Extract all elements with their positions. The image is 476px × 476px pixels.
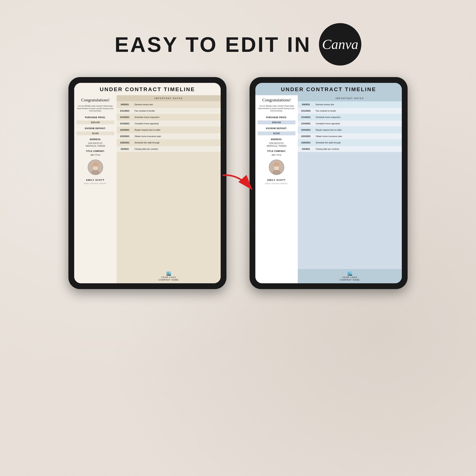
- date-row: 2/23/2021 Repair request due to seller: [298, 127, 402, 133]
- date-cell: 2/11/2021: [117, 108, 133, 114]
- canva-label: Canva: [322, 36, 358, 52]
- event-cell: Obtain home insurance plan: [314, 133, 402, 139]
- event-cell: Schedule the walk through: [314, 139, 402, 146]
- left-doc-title: UNDER CONTRACT TIMELINE: [74, 83, 221, 95]
- date-row: 2/26/2021 Schedule the walk through: [298, 139, 402, 146]
- date-row: 2/11/2021 Fax contract to lender: [298, 108, 402, 114]
- date-row: 3/2/2021 Closing date per contract: [298, 146, 402, 152]
- address-value-left: 1234 SOUTH ST. NASHVILLE, TN39204: [77, 142, 114, 147]
- date-row: 2/26/2021 Schedule the walk through: [117, 139, 221, 146]
- purchase-price-value-right: $300,000: [258, 120, 295, 124]
- date-cell: 2/23/2021: [117, 127, 133, 133]
- escrow-deposit-label-left: ESCROW DEPOSIT:: [77, 127, 114, 130]
- event-cell: Obtain home insurance plan: [133, 133, 221, 139]
- left-doc-body: Congratulations! You are officially unde…: [74, 95, 221, 283]
- imp-dates-header-right: IMPORTANT DATES: [298, 95, 402, 101]
- event-cell: Repair request due to seller: [314, 127, 402, 133]
- left-tablet: UNDER CONTRACT TIMELINE Congratulations!…: [68, 77, 226, 289]
- event-cell: Fax contract to lender: [314, 108, 402, 114]
- right-document: UNDER CONTRACT TIMELINE Congratulations!…: [255, 83, 402, 283]
- logo-icon-right: 🏙️: [347, 271, 352, 276]
- agent-name-right: EMILY SCOTT: [258, 179, 295, 181]
- title-company-value-left: ABC TITLE: [77, 154, 114, 156]
- date-row: 2/11/2021 Fax contract to lender: [117, 108, 221, 114]
- agent-name-left: EMILY SCOTT: [77, 179, 114, 181]
- date-row: 2/8/2021 Earnest money due: [117, 101, 221, 108]
- canva-badge: Canva: [319, 23, 361, 66]
- title-company-label-right: TITLE COMPANY:: [258, 150, 295, 152]
- purchase-price-value-left: $300,000: [77, 120, 114, 124]
- agent-title-left: REAL ESTATE AGENT: [77, 183, 114, 185]
- arrow-container: [219, 171, 257, 195]
- event-cell: Fax contract to lender: [133, 108, 221, 114]
- left-document: UNDER CONTRACT TIMELINE Congratulations!…: [74, 83, 221, 283]
- date-row: 2/23/2021 Obtain home insurance plan: [117, 133, 221, 139]
- date-row: 2/23/2021 Repair request due to seller: [117, 127, 221, 133]
- date-row: 2/23/2021 Obtain home insurance plan: [298, 133, 402, 139]
- date-cell: 3/2/2021: [117, 146, 133, 152]
- logo-footer-left: 🏙️ YOUR LOGO COMPANY NAME: [117, 269, 221, 283]
- event-cell: Closing date per contract: [133, 146, 221, 152]
- purchase-price-label-right: PURCHASE PRICE:: [258, 116, 295, 119]
- date-cell: 2/8/2021: [298, 101, 314, 107]
- event-cell: Earnest money due: [133, 101, 221, 107]
- company-name-left: COMPANY NAME: [158, 279, 179, 281]
- date-cell: 2/23/2021: [298, 127, 314, 133]
- date-cell: 2/8/2021: [117, 101, 133, 107]
- logo-label-left: YOUR LOGO: [161, 276, 176, 278]
- address-value-right: 1234 SOUTH ST. NASHVILLE, TN39204: [258, 142, 295, 147]
- event-cell: Schedule the walk through: [133, 139, 221, 146]
- imp-dates-header-left: IMPORTANT DATES: [117, 95, 221, 101]
- date-cell: 2/14/2021: [117, 120, 133, 127]
- event-cell: Repair request due to seller: [133, 127, 221, 133]
- event-cell: Earnest money due: [314, 101, 402, 107]
- congrats-body-right: You are officially under contract! Pleas…: [258, 105, 295, 112]
- date-cell: 2/26/2021: [117, 139, 133, 146]
- arrow-icon: [219, 171, 257, 195]
- address-label-left: ADDRESS:: [77, 138, 114, 140]
- right-panel-beige: IMPORTANT DATES 2/8/2021 Earnest money d…: [117, 95, 221, 283]
- event-cell: Complete home appraisal: [133, 120, 221, 127]
- avatar-left: [88, 160, 103, 175]
- right-doc-title: UNDER CONTRACT TIMELINE: [255, 83, 402, 95]
- main-title: EASY TO EDIT IN: [115, 32, 311, 57]
- event-cell: Complete home appraisal: [314, 120, 402, 127]
- congrats-heading-right: Congratulations!: [258, 98, 295, 102]
- escrow-deposit-value-right: $3,000: [258, 131, 295, 135]
- date-row: 2/14/2021 Schedule home inspection: [298, 114, 402, 120]
- address-label-right: ADDRESS:: [258, 138, 295, 140]
- left-tablet-screen: UNDER CONTRACT TIMELINE Congratulations!…: [74, 83, 221, 283]
- left-panel-beige: Congratulations! You are officially unde…: [74, 95, 117, 283]
- purchase-price-label-left: PURCHASE PRICE:: [77, 116, 114, 119]
- agent-title-right: REAL ESTATE AGENT: [258, 183, 295, 185]
- tablets-area: UNDER CONTRACT TIMELINE Congratulations!…: [68, 77, 408, 289]
- date-cell: 2/11/2021: [298, 108, 314, 114]
- header-area: EASY TO EDIT IN Canva: [115, 23, 361, 66]
- date-cell: 2/14/2021: [298, 120, 314, 127]
- event-cell: Schedule home inspection: [314, 114, 402, 120]
- right-tablet-screen: UNDER CONTRACT TIMELINE Congratulations!…: [255, 83, 402, 283]
- date-row: 2/8/2021 Earnest money due: [298, 101, 402, 108]
- date-cell: 2/26/2021: [298, 139, 314, 146]
- avatar-right: [269, 160, 284, 175]
- date-row: 3/2/2021 Closing date per contract: [117, 146, 221, 152]
- right-doc-body: Congratulations! You are officially unde…: [255, 95, 402, 283]
- title-company-value-right: ABC TITLE: [258, 154, 295, 156]
- dates-list-left: 2/8/2021 Earnest money due 2/11/2021 Fax…: [117, 101, 221, 269]
- date-cell: 2/14/2021: [117, 114, 133, 120]
- escrow-deposit-value-left: $3,000: [77, 131, 114, 135]
- event-cell: Schedule home inspection: [133, 114, 221, 120]
- date-cell: 3/2/2021: [298, 146, 314, 152]
- dates-list-right: 2/8/2021 Earnest money due 2/11/2021 Fax…: [298, 101, 402, 269]
- logo-label-right: YOUR LOGO: [342, 276, 357, 278]
- congrats-body-left: You are officially under contract! Pleas…: [77, 105, 114, 112]
- right-tablet: UNDER CONTRACT TIMELINE Congratulations!…: [250, 77, 408, 289]
- right-panel-blue: IMPORTANT DATES 2/8/2021 Earnest money d…: [298, 95, 402, 283]
- date-row: 2/14/2021 Complete home appraisal: [298, 120, 402, 127]
- svg-rect-8: [274, 166, 279, 170]
- logo-footer-right: 🏙️ YOUR LOGO COMPANY NAME: [298, 269, 402, 283]
- svg-rect-3: [93, 166, 98, 170]
- logo-icon-left: 🏙️: [166, 271, 171, 276]
- escrow-deposit-label-right: ESCROW DEPOSIT:: [258, 127, 295, 130]
- event-cell: Closing date per contract: [314, 146, 402, 152]
